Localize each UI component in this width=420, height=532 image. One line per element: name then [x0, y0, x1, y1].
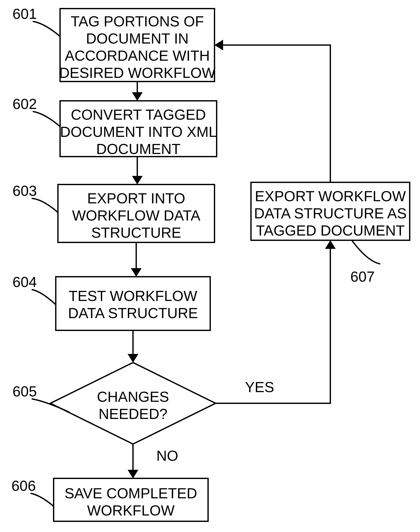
num-601: 601 — [13, 6, 37, 22]
node-601-line2: DOCUMENT IN — [86, 30, 189, 46]
svg-marker-14 — [128, 354, 138, 363]
node-601-line1: TAG PORTIONS OF — [71, 13, 204, 29]
node-605-line2: NEEDED? — [98, 406, 167, 422]
node-604-line2: DATA STRUCTURE — [68, 305, 198, 321]
node-603-line2: WORKFLOW DATA — [72, 207, 201, 224]
num-605: 605 — [13, 383, 37, 399]
edge-no-label: NO — [156, 447, 178, 464]
num-606: 606 — [11, 477, 36, 494]
node-606-line1: SAVE COMPLETED — [65, 485, 197, 501]
callout-607: 607 — [350, 240, 380, 285]
node-604-line1: TEST WORKFLOW — [69, 288, 197, 304]
svg-marker-18 — [214, 40, 223, 50]
node-607: EXPORT WORKFLOW DATA STRUCTURE AS TAGGED… — [251, 182, 410, 240]
num-603: 603 — [13, 182, 37, 199]
callout-601: 601 — [13, 6, 60, 36]
edge-602-603 — [132, 157, 143, 184]
node-606: SAVE COMPLETED WORKFLOW — [54, 478, 208, 521]
edge-607-601 — [214, 40, 330, 182]
edge-605-607: YES — [216, 240, 336, 403]
node-603: EXPORT INTO WORKFLOW DATA STRUCTURE — [58, 184, 214, 243]
edge-yes-label: YES — [245, 379, 274, 395]
node-603-line3: STRUCTURE — [91, 224, 181, 241]
callout-605: 605 — [13, 383, 69, 412]
node-601-line3: ACCORDANCE WITH — [65, 47, 210, 64]
node-607-line2: DATA STRUCTURE AS — [254, 205, 407, 221]
node-604: TEST WORKFLOW DATA STRUCTURE — [56, 277, 210, 330]
callout-602: 602 — [13, 96, 60, 127]
svg-marker-16 — [128, 470, 138, 478]
node-607-line3: TAGGED DOCUMENT — [256, 222, 405, 239]
svg-marker-8 — [132, 92, 143, 101]
edge-604-605 — [128, 330, 138, 363]
svg-marker-12 — [131, 268, 142, 277]
svg-marker-10 — [132, 176, 143, 184]
callout-603: 603 — [13, 182, 58, 212]
node-602: CONVERT TAGGED DOCUMENT INTO XML DOCUMEN… — [60, 101, 217, 157]
node-601: TAG PORTIONS OF DOCUMENT IN ACCORDANCE W… — [59, 9, 215, 81]
node-605: CHANGES NEEDED? — [50, 363, 216, 444]
node-607-line1: EXPORT WORKFLOW — [255, 188, 406, 204]
num-607: 607 — [350, 268, 375, 285]
edge-601-602 — [132, 81, 143, 101]
node-602-line3: DOCUMENT — [96, 141, 180, 157]
node-602-line1: CONVERT TAGGED — [71, 106, 206, 123]
node-601-line4: DESIRED WORKFLOW — [59, 65, 215, 81]
node-602-line2: DOCUMENT INTO XML — [60, 123, 217, 140]
edge-603-604 — [131, 243, 142, 277]
num-602: 602 — [13, 96, 37, 112]
num-604: 604 — [13, 274, 37, 290]
edge-605-606: NO — [128, 444, 178, 478]
svg-marker-17 — [325, 240, 336, 249]
node-605-line1: CHANGES — [97, 389, 169, 405]
callout-604: 604 — [13, 274, 56, 304]
node-606-line2: WORKFLOW — [87, 502, 175, 518]
flowchart-diagram: TAG PORTIONS OF DOCUMENT IN ACCORDANCE W… — [0, 0, 420, 532]
node-603-line1: EXPORT INTO — [87, 190, 185, 206]
callout-606: 606 — [11, 477, 54, 506]
